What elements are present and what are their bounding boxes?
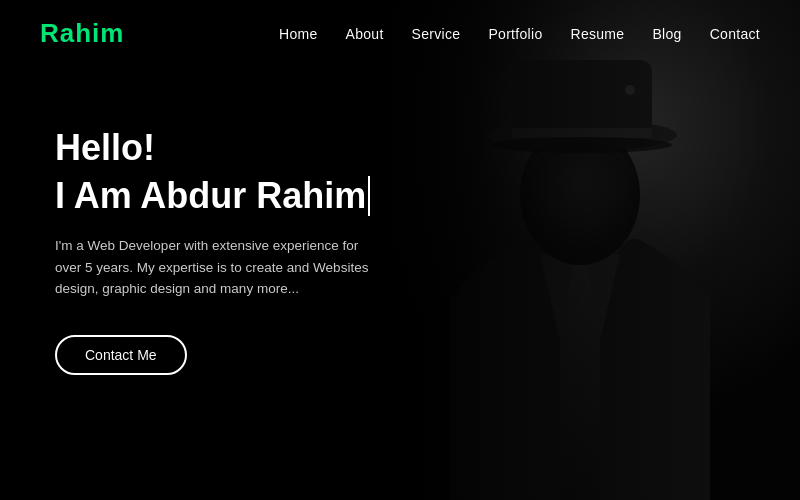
nav-item-service[interactable]: Service xyxy=(412,25,461,43)
hero-section: Hello! I Am Abdur Rahim I'm a Web Develo… xyxy=(0,67,800,375)
nav-link-resume[interactable]: Resume xyxy=(570,26,624,42)
nav-item-contact[interactable]: Contact xyxy=(710,25,760,43)
nav-item-home[interactable]: Home xyxy=(279,25,318,43)
nav-link-service[interactable]: Service xyxy=(412,26,461,42)
hero-description: I'm a Web Developer with extensive exper… xyxy=(55,235,385,300)
nav-link-blog[interactable]: Blog xyxy=(652,26,681,42)
hero-name-line: I Am Abdur Rahim xyxy=(55,175,760,217)
nav-link-portfolio[interactable]: Portfolio xyxy=(488,26,542,42)
nav-link-home[interactable]: Home xyxy=(279,26,318,42)
contact-me-button[interactable]: Contact Me xyxy=(55,335,187,375)
nav-link-contact[interactable]: Contact xyxy=(710,26,760,42)
hero-name: I Am Abdur Rahim xyxy=(55,175,366,217)
brand-logo[interactable]: Rahim xyxy=(40,18,124,49)
nav-item-blog[interactable]: Blog xyxy=(652,25,681,43)
navbar: Rahim Home About Service Portfolio Resum… xyxy=(0,0,800,67)
hero-greeting: Hello! xyxy=(55,127,760,169)
nav-item-resume[interactable]: Resume xyxy=(570,25,624,43)
nav-links: Home About Service Portfolio Resume Blog… xyxy=(279,25,760,43)
nav-item-portfolio[interactable]: Portfolio xyxy=(488,25,542,43)
nav-link-about[interactable]: About xyxy=(346,26,384,42)
nav-item-about[interactable]: About xyxy=(346,25,384,43)
typing-cursor xyxy=(368,176,370,216)
